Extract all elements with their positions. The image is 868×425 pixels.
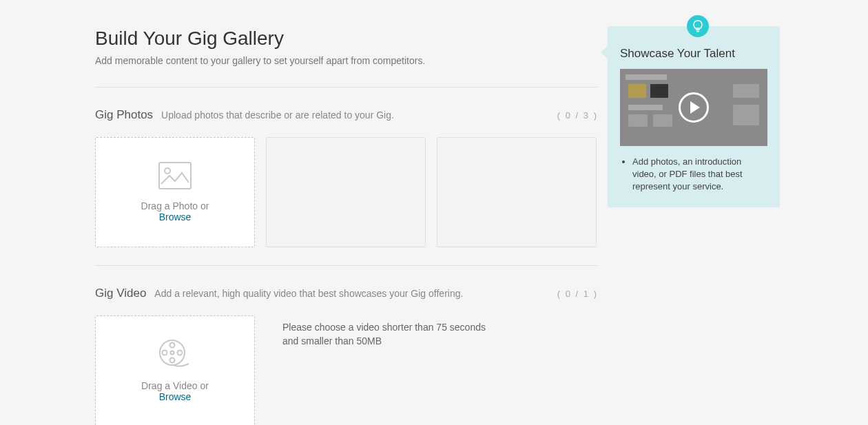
gig-photos-desc: Upload photos that describe or are relat… bbox=[161, 110, 557, 121]
photo-upload-slot-3[interactable] bbox=[437, 137, 597, 247]
svg-point-6 bbox=[178, 351, 183, 355]
tip-list-item: Add photos, an introduction video, or PD… bbox=[632, 156, 767, 194]
photo-drag-text: Drag a Photo or bbox=[141, 200, 209, 211]
main-content: Build Your Gig Gallery Add memorable con… bbox=[95, 28, 598, 425]
svg-rect-0 bbox=[159, 163, 191, 189]
video-browse-link[interactable]: Browse bbox=[159, 391, 192, 402]
gig-photos-title: Gig Photos bbox=[95, 108, 153, 122]
gig-photos-section: Gig Photos Upload photos that describe o… bbox=[95, 108, 598, 247]
tip-box: Showcase Your Talent Add photos, an bbox=[608, 26, 780, 207]
gig-video-title: Gig Video bbox=[95, 287, 146, 300]
gig-video-desc: Add a relevant, high quality video that … bbox=[154, 288, 557, 299]
gig-photos-count: ( 0 / 3 ) bbox=[557, 110, 598, 121]
svg-point-7 bbox=[171, 351, 174, 355]
lightbulb-icon bbox=[687, 15, 709, 37]
page-title: Build Your Gig Gallery bbox=[95, 28, 598, 50]
image-icon bbox=[158, 162, 192, 192]
video-drag-text: Drag a Video or bbox=[141, 380, 209, 391]
gig-video-section: Gig Video Add a relevant, high quality v… bbox=[95, 287, 598, 425]
tip-list: Add photos, an introduction video, or PD… bbox=[620, 156, 767, 194]
gig-video-count: ( 0 / 1 ) bbox=[557, 289, 598, 299]
svg-point-4 bbox=[170, 358, 175, 363]
svg-point-2 bbox=[160, 340, 185, 365]
photo-browse-link[interactable]: Browse bbox=[159, 211, 192, 222]
svg-point-5 bbox=[163, 351, 167, 355]
divider bbox=[95, 87, 598, 87]
photo-upload-slot-1[interactable]: Drag a Photo or Browse bbox=[95, 137, 255, 247]
tip-video-thumbnail[interactable] bbox=[620, 69, 767, 146]
film-reel-icon bbox=[158, 339, 192, 372]
svg-point-3 bbox=[170, 343, 175, 348]
divider bbox=[95, 265, 598, 266]
photo-upload-slot-2[interactable] bbox=[266, 137, 426, 247]
video-hint: Please choose a video shorter than 75 se… bbox=[282, 315, 489, 425]
tip-title: Showcase Your Talent bbox=[620, 47, 767, 61]
svg-point-1 bbox=[165, 168, 170, 174]
play-icon bbox=[679, 92, 709, 123]
sidebar: Showcase Your Talent Add photos, an bbox=[608, 18, 780, 425]
page-subtitle: Add memorable content to your gallery to… bbox=[95, 55, 598, 66]
video-upload-slot[interactable]: Drag a Video or Browse bbox=[95, 315, 255, 425]
